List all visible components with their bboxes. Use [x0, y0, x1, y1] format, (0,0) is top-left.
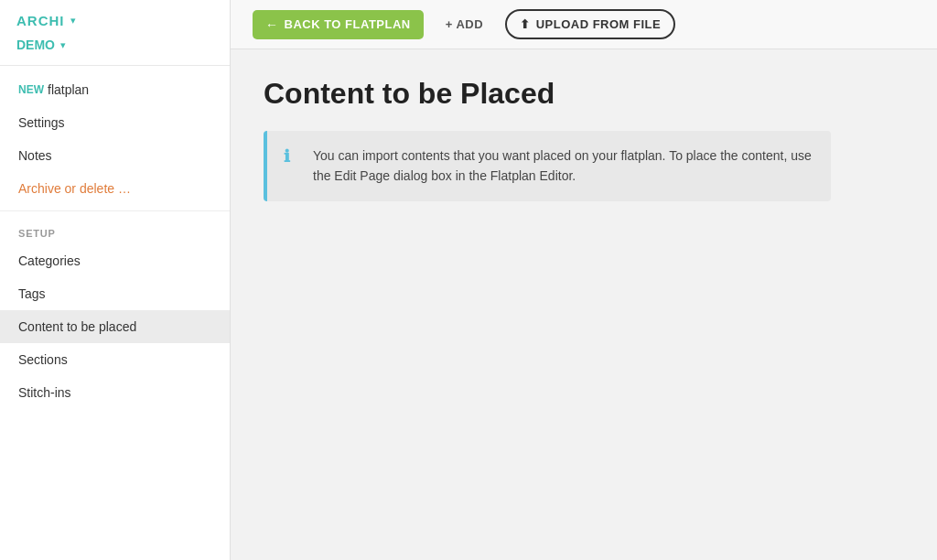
categories-label: Categories: [18, 253, 81, 268]
sidebar-item-categories[interactable]: Categories: [0, 244, 230, 277]
sidebar: ARCHI ▾ DEMO ▾ NEW flatplan Settings Not…: [0, 0, 231, 560]
sidebar-item-settings[interactable]: Settings: [0, 106, 230, 139]
sections-label: Sections: [18, 352, 68, 367]
back-to-flatplan-button[interactable]: ← BACK TO FLATPLAN: [253, 10, 424, 39]
add-button[interactable]: + ADD: [435, 10, 494, 38]
info-icon: ℹ: [284, 146, 302, 167]
tags-label: Tags: [18, 286, 46, 301]
demo-name: DEMO: [16, 38, 55, 52]
info-text: You can import contents that you want pl…: [313, 145, 814, 187]
notes-label: Notes: [18, 148, 52, 163]
sidebar-item-tags[interactable]: Tags: [0, 277, 230, 310]
back-label: BACK TO FLATPLAN: [285, 17, 411, 31]
sidebar-divider: [0, 210, 230, 211]
new-flatplan-label: flatplan: [48, 82, 89, 97]
page-body: Content to be Placed ℹ You can import co…: [231, 49, 937, 560]
sidebar-nav: NEW flatplan Settings Notes Archive or d…: [0, 66, 230, 416]
sidebar-item-notes[interactable]: Notes: [0, 139, 230, 172]
content-to-be-placed-label: Content to be placed: [18, 319, 136, 334]
new-badge: NEW: [18, 83, 44, 96]
brand-name: ARCHI: [16, 13, 65, 28]
brand-chevron-icon: ▾: [70, 15, 76, 27]
setup-section-label: SETUP: [0, 217, 230, 244]
stitch-ins-label: Stitch-ins: [18, 385, 71, 400]
sidebar-item-content-to-be-placed[interactable]: Content to be placed: [0, 310, 230, 343]
add-label: + ADD: [446, 17, 483, 31]
back-arrow-icon: ←: [265, 17, 279, 32]
upload-from-file-button[interactable]: ⬆ UPLOAD FROM FILE: [505, 9, 675, 39]
main-content: ← BACK TO FLATPLAN + ADD ⬆ UPLOAD FROM F…: [231, 0, 937, 560]
page-title: Content to be Placed: [264, 77, 904, 111]
toolbar: ← BACK TO FLATPLAN + ADD ⬆ UPLOAD FROM F…: [231, 0, 937, 49]
archive-label: Archive or delete …: [18, 181, 131, 196]
info-box: ℹ You can import contents that you want …: [264, 131, 831, 201]
brand-row[interactable]: ARCHI ▾: [16, 13, 213, 28]
settings-label: Settings: [18, 115, 65, 130]
sidebar-header: ARCHI ▾ DEMO ▾: [0, 0, 230, 66]
demo-chevron-icon: ▾: [60, 39, 66, 51]
upload-label: UPLOAD FROM FILE: [536, 17, 662, 31]
sidebar-item-sections[interactable]: Sections: [0, 343, 230, 376]
sidebar-item-archive[interactable]: Archive or delete …: [0, 172, 230, 205]
demo-row[interactable]: DEMO ▾: [16, 38, 213, 52]
sidebar-item-stitch-ins[interactable]: Stitch-ins: [0, 376, 230, 409]
upload-icon: ⬆: [520, 17, 531, 31]
sidebar-item-new-flatplan[interactable]: NEW flatplan: [0, 73, 230, 106]
